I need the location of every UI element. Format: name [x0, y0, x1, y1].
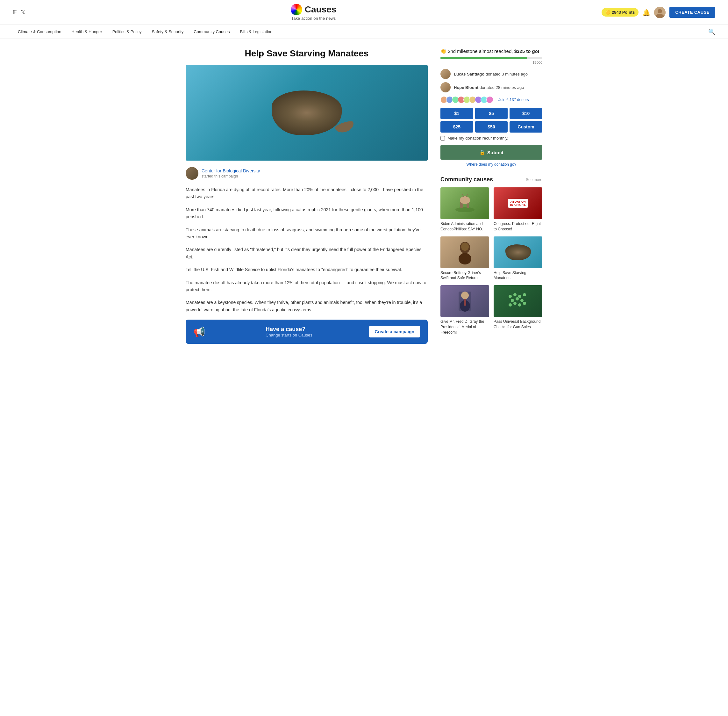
cause-thumb-0 — [440, 187, 489, 219]
article-title: Help Save Starving Manatees — [186, 49, 428, 59]
progress-label: $5000 — [440, 61, 542, 64]
amount-btn-10[interactable]: $10 — [510, 108, 542, 119]
causes-grid: Biden Administration and ConocoPhillips:… — [440, 187, 542, 335]
cause-caption-4: Give Mr. Fred D. Gray the Presidential M… — [440, 319, 489, 335]
header-actions: 🟡 2843 Points 🔔 CREATE CAUSE — [602, 7, 715, 18]
article-hero-image — [186, 65, 428, 161]
svg-point-23 — [521, 299, 524, 302]
amount-btn-50[interactable]: $50 — [475, 121, 508, 132]
cause-card-0[interactable]: Biden Administration and ConocoPhillips:… — [440, 187, 489, 232]
amount-grid: $1 $5 $10 $25 $50 Custom — [440, 108, 542, 132]
nav-politics[interactable]: Politics & Policy — [107, 25, 147, 39]
recur-checkbox[interactable] — [440, 136, 445, 141]
progress-bar-wrap — [440, 57, 542, 59]
cta-create-button[interactable]: Create a campaign — [369, 326, 420, 337]
cta-box: 📢 Have a cause? Change starts on Causes.… — [186, 320, 428, 344]
body-p1: Manatees in Florida are dying off at rec… — [186, 186, 428, 200]
author-row: Center for Biological Diversity started … — [186, 167, 428, 180]
cause-thumb-4 — [440, 285, 489, 317]
community-title: Community causes — [440, 176, 493, 183]
body-p2: More than 740 manatees died just last ye… — [186, 206, 428, 220]
svg-point-12 — [461, 243, 469, 251]
body-p5: Tell the U.S. Fish and Wildlife Service … — [186, 266, 428, 273]
amount-btn-25[interactable]: $25 — [440, 121, 473, 132]
donor-item-1: Lucas Santiago donated 3 minutes ago — [440, 69, 542, 79]
svg-point-1 — [658, 9, 662, 14]
cause-thumb-3 — [493, 237, 542, 268]
nav-community[interactable]: Community Causes — [189, 25, 235, 39]
svg-point-20 — [523, 293, 526, 296]
where-donation-link[interactable]: Where does my donation go? — [440, 162, 542, 167]
svg-line-9 — [466, 194, 468, 197]
nav-health[interactable]: Health & Hunger — [67, 25, 107, 39]
svg-point-17 — [509, 295, 512, 298]
cause-thumb-5 — [493, 285, 542, 317]
cta-title: Have a cause? — [266, 326, 313, 333]
milestone-banner: 👏 2nd milestone almost reached, $325 to … — [440, 49, 542, 54]
milestone-text: 2nd milestone almost reached, — [448, 49, 513, 54]
author-avatar — [186, 167, 198, 180]
donor-faces — [440, 96, 493, 103]
points-icon: 🟡 — [605, 10, 610, 15]
svg-rect-16 — [464, 299, 466, 306]
submit-button[interactable]: 🔒 Submit — [440, 145, 542, 160]
donor-item-2: Hope Blount donated 28 minutes ago — [440, 82, 542, 93]
amount-btn-5[interactable]: $5 — [475, 108, 508, 119]
body-p4: Manatees are currently listed as "threat… — [186, 246, 428, 260]
facebook-icon[interactable]: 𝔼 — [13, 9, 17, 16]
points-value: 2843 Points — [612, 10, 635, 15]
community-causes-section: Community causes See more — [440, 176, 542, 335]
donation-widget: 👏 2nd milestone almost reached, $325 to … — [440, 49, 542, 167]
svg-point-25 — [513, 302, 516, 305]
cause-card-3[interactable]: Help Save Starving Manatees — [493, 237, 542, 281]
search-icon[interactable]: 🔍 — [708, 28, 715, 35]
abortion-sign: ABORTIONIS A RIGHT. — [508, 199, 528, 208]
donor-text-2: Hope Blount donated 28 minutes ago — [454, 85, 524, 90]
community-header: Community causes See more — [440, 176, 542, 183]
svg-point-18 — [513, 293, 516, 296]
cause-thumb-1: ABORTIONIS A RIGHT. — [493, 187, 542, 219]
progress-bar-fill — [440, 57, 527, 59]
svg-line-8 — [462, 194, 464, 197]
author-link[interactable]: Center for Biological Diversity — [201, 168, 260, 173]
cause-thumb-2 — [440, 237, 489, 268]
manatee-illustration — [272, 91, 342, 135]
donor-avatar-2 — [440, 82, 451, 93]
submit-label: Submit — [487, 150, 504, 155]
cause-card-4[interactable]: Give Mr. Fred D. Gray the Presidential M… — [440, 285, 489, 335]
milestone-amount: $325 to go! — [514, 49, 539, 54]
donor-avatar-1 — [440, 69, 451, 79]
svg-point-14 — [461, 291, 469, 299]
nav-items: Climate & Consumption Health & Hunger Po… — [13, 25, 277, 39]
article-body: Manatees in Florida are dying off at rec… — [186, 186, 428, 313]
cause-caption-0: Biden Administration and ConocoPhillips:… — [440, 221, 489, 232]
points-badge: 🟡 2843 Points — [602, 8, 639, 17]
header: 𝔼 𝕏 Causes Take action on the news 🟡 284… — [0, 0, 728, 25]
create-cause-button[interactable]: CREATE CAUSE — [669, 7, 715, 18]
notification-bell[interactable]: 🔔 — [642, 9, 650, 16]
logo-tagline: Take action on the news — [291, 16, 337, 21]
body-p6: The manatee die-off has already taken mo… — [186, 279, 428, 293]
cause-caption-3: Help Save Starving Manatees — [493, 270, 542, 281]
donor-face — [486, 96, 493, 103]
amount-btn-custom[interactable]: Custom — [510, 121, 542, 132]
logo-icon — [291, 4, 302, 15]
nav-climate[interactable]: Climate & Consumption — [13, 25, 67, 39]
see-more-link[interactable]: See more — [526, 177, 542, 182]
svg-point-7 — [462, 196, 468, 200]
avatar[interactable] — [654, 7, 666, 18]
twitter-icon[interactable]: 𝕏 — [21, 9, 26, 16]
nav-bills[interactable]: Bills & Legislation — [235, 25, 278, 39]
donor-text-1: Lucas Santiago donated 3 minutes ago — [454, 72, 528, 76]
svg-point-27 — [523, 302, 526, 305]
navigation: Climate & Consumption Health & Hunger Po… — [0, 25, 728, 39]
svg-point-3 — [456, 207, 475, 212]
cause-card-5[interactable]: Pass Universal Background Checks for Gun… — [493, 285, 542, 335]
svg-point-24 — [509, 303, 512, 306]
svg-point-22 — [516, 297, 519, 300]
nav-safety[interactable]: Safety & Security — [147, 25, 189, 39]
join-donors-link[interactable]: Join 6,137 donors — [498, 97, 529, 102]
cause-card-2[interactable]: Secure Brittney Griner's Swift and Safe … — [440, 237, 489, 281]
cause-card-1[interactable]: ABORTIONIS A RIGHT. Congress: Protect ou… — [493, 187, 542, 232]
amount-btn-1[interactable]: $1 — [440, 108, 473, 119]
